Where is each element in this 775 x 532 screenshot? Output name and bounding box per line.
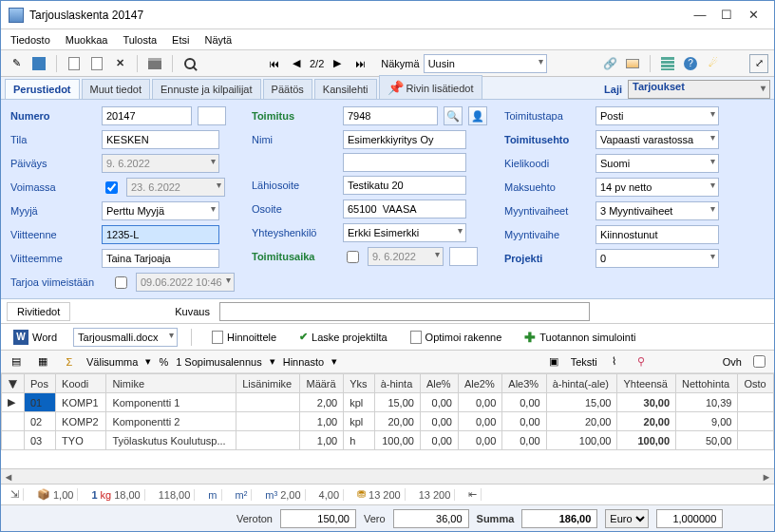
col-nimike[interactable]: Nimike	[106, 374, 236, 393]
edit-icon[interactable]: ✎	[7, 54, 26, 73]
link-icon[interactable]: 🔗	[600, 54, 619, 73]
col-ale3[interactable]: Ale3%	[502, 374, 546, 393]
col-maara[interactable]: Määrä	[300, 374, 344, 393]
toimitus-input[interactable]	[343, 106, 438, 125]
menu-find[interactable]: Etsi	[172, 34, 189, 46]
tab-paatos[interactable]: Päätös	[263, 79, 312, 99]
mail-icon[interactable]	[623, 54, 642, 73]
ovh-checkbox[interactable]	[753, 355, 766, 368]
maximize-button[interactable]: ☐	[713, 5, 740, 26]
myyja-select[interactable]	[102, 201, 219, 220]
veroton-input[interactable]	[280, 509, 356, 528]
lahiosoite-input[interactable]	[343, 176, 466, 195]
col-osto[interactable]: Osto	[738, 374, 774, 393]
nimi-input[interactable]	[343, 130, 466, 149]
paivays-input[interactable]	[102, 154, 219, 173]
kuvaus-input[interactable]	[219, 302, 590, 321]
viitteemme-input[interactable]	[102, 249, 219, 268]
lines-table[interactable]: ⯆ Pos Koodi Nimike Lisänimike Määrä Yks …	[1, 373, 774, 450]
collapse-icon[interactable]: ⇤	[468, 488, 477, 501]
tuotannon-simulointi-button[interactable]: ✚Tuotannon simulointi	[518, 327, 642, 348]
myyntivaiheet-select[interactable]	[595, 201, 719, 220]
word-button[interactable]: WWord	[7, 327, 64, 348]
menu-view[interactable]: Näytä	[204, 34, 232, 46]
help-icon[interactable]: ?	[681, 54, 700, 73]
col-ahintaale[interactable]: à-hinta(-ale)	[546, 374, 617, 393]
h-scrollbar[interactable]: ◄ ►	[1, 468, 774, 484]
optimoi-rakenne-button[interactable]: Optimoi rakenne	[404, 328, 509, 347]
rivitiedot-tab[interactable]: Rivitiedot	[7, 302, 70, 321]
tab-muut-tiedot[interactable]: Muut tiedot	[82, 79, 150, 99]
scroll-left-icon[interactable]: ◄	[1, 469, 16, 484]
toimitusaika-checkbox[interactable]	[347, 251, 359, 263]
osoite-input[interactable]	[343, 200, 466, 218]
sum-icon[interactable]: Σ	[60, 352, 79, 371]
tab-kansilehti[interactable]: Kansilehti	[314, 79, 377, 99]
vero-input[interactable]	[393, 509, 469, 528]
laji-select[interactable]: Tarjoukset	[628, 80, 770, 99]
tarjoa-input[interactable]	[136, 273, 235, 292]
tab-rivin-lisatiedot[interactable]: 📌 Rivin lisätiedot	[379, 75, 482, 99]
last-record-icon[interactable]: ⏭	[350, 54, 369, 73]
col-koodi[interactable]: Koodi	[56, 374, 106, 393]
tila-input[interactable]	[102, 130, 219, 149]
save-icon[interactable]	[29, 54, 48, 73]
col-ahinta[interactable]: à-hinta	[374, 374, 420, 393]
toimitusaika-input[interactable]	[368, 247, 444, 266]
template-select[interactable]	[73, 328, 178, 347]
new-doc-icon[interactable]	[65, 54, 84, 73]
copy-doc-icon[interactable]	[87, 54, 106, 73]
filter-icon1[interactable]: ▤	[7, 352, 26, 371]
laske-projektilta-button[interactable]: ✔Laske projektilta	[293, 328, 394, 346]
table-row[interactable]: 03 TYO Työlaskutus Koulutusp... 1,00 h 1…	[2, 431, 774, 450]
scroll-right-icon[interactable]: ►	[759, 469, 774, 484]
numero-extra-input[interactable]	[198, 106, 226, 125]
col-lisanimike[interactable]: Lisänimike	[236, 374, 300, 393]
expand-icon[interactable]: ⤢	[749, 54, 768, 73]
toimitusaika-extra-input[interactable]	[449, 247, 478, 266]
myyntivaihe-input[interactable]	[595, 225, 719, 244]
link2-icon[interactable]: ⚲	[632, 352, 651, 371]
voimassa-checkbox[interactable]	[105, 181, 118, 194]
tab-ennuste[interactable]: Ennuste ja kilpailijat	[152, 79, 261, 99]
col-filter[interactable]: ⯆	[2, 374, 25, 393]
table-row[interactable]: ▶ 01 KOMP1 Komponentti 1 2,00 kpl 15,00 …	[2, 393, 774, 412]
delete-icon[interactable]: ✕	[110, 54, 129, 73]
attach-icon[interactable]: ⌇	[605, 352, 624, 371]
col-pos[interactable]: Pos	[25, 374, 56, 393]
numero-input[interactable]	[102, 106, 192, 125]
tip-icon[interactable]: ☄	[704, 54, 723, 73]
currency-select[interactable]: Euro	[605, 509, 649, 528]
menu-file[interactable]: Tiedosto	[10, 34, 50, 46]
close-button[interactable]: ✕	[740, 5, 766, 26]
filter-icon2[interactable]: ▦	[33, 352, 52, 371]
col-ale[interactable]: Ale%	[420, 374, 458, 393]
menu-print[interactable]: Tulosta	[123, 34, 157, 46]
table-row[interactable]: 02 KOMP2 Komponentti 2 1,00 kpl 20,00 0,…	[2, 412, 774, 431]
summa-input[interactable]	[521, 509, 597, 528]
minimize-button[interactable]: —	[687, 5, 713, 26]
viitteenne-input[interactable]	[102, 225, 219, 244]
tarjoa-checkbox[interactable]	[115, 276, 127, 289]
voimassa-input[interactable]	[126, 178, 225, 197]
toimitusehto-select[interactable]	[595, 130, 719, 149]
rate-input[interactable]	[656, 509, 723, 528]
kielikoodi-select[interactable]	[595, 154, 719, 173]
menu-edit[interactable]: Muokkaa	[66, 34, 108, 46]
toimitustapa-select[interactable]	[595, 106, 719, 125]
text-bold-icon[interactable]: ▣	[544, 352, 563, 371]
hinnoittele-button[interactable]: Hinnoittele	[205, 328, 283, 347]
print-icon[interactable]	[145, 54, 164, 73]
next-record-icon[interactable]: ▶	[328, 54, 347, 73]
maksuehto-select[interactable]	[595, 178, 719, 197]
tree-icon[interactable]: ⇲	[10, 488, 19, 501]
person-icon[interactable]: 👤	[468, 106, 487, 125]
nimi2-input[interactable]	[343, 153, 466, 172]
binoculars-icon[interactable]	[180, 54, 199, 73]
col-yhteensa[interactable]: Yhteensä	[617, 374, 676, 393]
tab-perustiedot[interactable]: Perustiedot	[5, 79, 80, 99]
first-record-icon[interactable]: ⏮	[264, 54, 283, 73]
table-view-icon[interactable]	[658, 54, 677, 73]
search-customer-icon[interactable]: 🔍	[444, 106, 463, 125]
col-ale2[interactable]: Ale2%	[458, 374, 501, 393]
